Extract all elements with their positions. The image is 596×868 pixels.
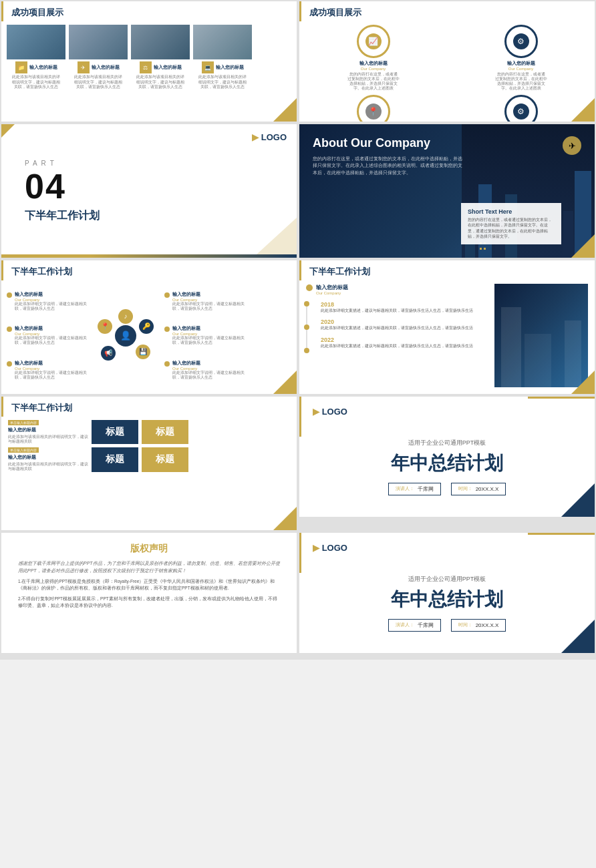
hf-petal-5: 📍 [98, 319, 112, 334]
slide10-presenter-box: 演讲人： 千库网 [388, 619, 441, 632]
deco-triangle-br-8 [561, 483, 595, 517]
left-dot-1 [7, 292, 12, 298]
slide3-top-deco [1, 124, 15, 138]
slide1-title: 成功项目展示 [1, 1, 297, 21]
slide1-img-4 [193, 25, 252, 59]
slide1-content: 📁 输入您的标题 此处添加与该项目相关的详细说明文字，建议与标题相关联，请宣扬快… [1, 21, 297, 93]
slide5-right-item-3: 输入您的标题 Our Company 此处添加详细文字说明，请建立标题相关联，请… [164, 360, 245, 380]
slide2-ci-company-2: Our Company [508, 67, 533, 71]
slide5-title: 下半年工作计划 [1, 260, 297, 280]
slide1-item-1: 📁 输入您的标题 此处添加与该项目相关的详细说明文字，建议与标题相关联，请宣扬快… [7, 25, 65, 90]
t-dot-3 [304, 348, 309, 353]
t-desc-1: 此处添加详细文案描述，建议与标题相关联，请宣扬快乐生活人生态，请宣扬快乐生活 [321, 308, 473, 313]
deco-corner-br-4 [571, 234, 595, 258]
slide1-label-2: 输入您的标题 [92, 65, 120, 71]
slide4-short-body: 您的内容打在这里，或者通过复制您的文本后，在此框中选择粘贴，并选择只保留文字。在… [468, 217, 555, 239]
deco-line-left-10 [299, 533, 301, 573]
slide6-header: 输入您的标题 Our Company [306, 284, 488, 295]
slide7-btn-label-1: 标题 [106, 426, 124, 438]
hf-center-icon: 👤 [115, 325, 136, 347]
right-desc-1: 此处添加详细文字说明，请建立标题相关联，请宣扬快乐人生态 [172, 302, 245, 311]
right-text-2: 输入您的标题 Our Company 此处添加详细文字说明，请建立标题相关联，请… [172, 325, 245, 345]
slide2-ci-desc-1: 您的内容打在这里，或者通过复制您的文本后，在此框中选择粘贴，并选择只保留文字。在… [347, 72, 400, 91]
slide5-left-item-3: 输入您的标题 Our Company 此处添加详细文字说明，请建立标题相关联，请… [7, 360, 87, 380]
left-desc-2: 此处添加详细文字说明，请建立标题相关联，请宣扬快乐人生态 [15, 336, 87, 345]
slide-part04: ▶ LOGO PART 04 下半年工作计划 [1, 124, 297, 258]
slide1-icon-1: 📁 [15, 61, 27, 73]
slide10-presenter-value: 千库网 [418, 622, 434, 629]
logo-label-10: LOGO [322, 543, 347, 553]
slide1-desc-3: 此处添加与该项目相关的详细说明文字，建议与标题相关联，请宣扬快乐人生态 [136, 75, 184, 90]
slide6-title: 下半年工作计划 [299, 260, 595, 280]
slide1-label-3: 输入您的标题 [154, 65, 182, 71]
slide8-logo: ▶ LOGO [313, 407, 347, 417]
slide7-cell-1a: 单击输入标题内容 输入您的标题 此处添加与该项目相关的详细说明文字，建议与标题相… [8, 420, 88, 444]
deco-corner-br-2 [571, 98, 595, 122]
slide2-title: 成功项目展示 [299, 1, 595, 21]
hf-petal-1: ♪ [118, 309, 133, 324]
right-dot-1 [164, 292, 170, 298]
slide1-item-2: ✈ 输入您的标题 此处添加与该项目相关的详细说明文字，建议与标题相关联，请宣扬快… [69, 25, 128, 90]
slide2-oval-inner-1: 📈 [365, 33, 382, 49]
slide1-label-4: 输入您的标题 [216, 65, 244, 71]
hf-petal-2: 🔑 [139, 319, 154, 334]
slide7-btn-1[interactable]: 标题 [92, 420, 138, 444]
slide1-label-1: 输入您的标题 [29, 65, 57, 71]
slide2-oval-inner-mid-1: 📍 [365, 103, 382, 120]
t-text-wrapper-3: 2022 此处添加详细文案描述，建议与标题相关联，请宣扬快乐生活人生态，请宣扬快… [317, 337, 473, 349]
slide7-click-2: 单击输入标题内容 [8, 447, 39, 453]
slide-annual-summary-2: ▶ LOGO 适用于企业公司通用PPT模板 年中总结计划 演讲人： 千库网 时间… [299, 533, 595, 653]
hex-flower: 👤 ♪ 🔑 💾 📢 📍 [96, 306, 156, 366]
slide7-btn-3[interactable]: 标题 [92, 447, 138, 471]
left-dot-2 [7, 327, 12, 332]
slide10-time-label: 时间： [458, 622, 472, 628]
slide-work-plan-hex: 下半年工作计划 输入您的标题 Our Company 此处添加详细文字说明，请建… [1, 260, 297, 394]
slide4-short-title: Short Text Here [468, 208, 555, 215]
slide1-img-2 [69, 25, 128, 59]
slide6-timeline: 2018 此处添加详细文案描述，建议与标题相关联，请宣扬快乐生活人生态，请宣扬快… [306, 301, 488, 349]
slide1-icon-row-3: ⚖ 输入您的标题 [140, 61, 182, 73]
left-desc-1: 此处添加详细文字说明，请建立标题相关联，请宣扬快乐人生态 [15, 302, 87, 311]
slide5-left-item-1: 输入您的标题 Our Company 此处添加详细文字说明，请建立标题相关联，请… [7, 291, 87, 311]
slide7-btn-2[interactable]: 标题 [142, 420, 188, 444]
deco-corner-br-5 [273, 371, 297, 394]
slide8-time-box: 时间： 20XX.X.X [451, 483, 506, 495]
right-label-3: 输入您的标题 [172, 360, 245, 367]
building-tall [501, 307, 521, 387]
slide6-content: 输入您的标题 Our Company 2018 此处添加详细文案描述，建议与标题… [299, 280, 595, 391]
left-label-2: 输入您的标题 [15, 325, 87, 332]
slide6-t-item-3: 2022 此处添加详细文案描述，建议与标题相关联，请宣扬快乐生活人生态，请宣扬快… [317, 337, 488, 349]
slide2-circle-2: ⚙ 输入您的标题 Our Company 您的内容打在这里，或者通过复制您的文本… [491, 25, 551, 91]
slide2-oval-mid-2: ⚙ [504, 95, 538, 122]
slide4-short-text-box: Short Text Here 您的内容打在这里，或者通过复制您的文本后，在此框… [461, 203, 561, 244]
deco-corner-br-7 [273, 507, 297, 530]
slide7-btn-4[interactable]: 标题 [142, 447, 188, 471]
slide5-left-item-2: 输入您的标题 Our Company 此处添加详细文字说明，请建立标题相关联，请… [7, 325, 87, 345]
slide-success-project-left: 成功项目展示 📁 输入您的标题 此处添加与该项目相关的详细说明文字，建议与标题相… [1, 1, 297, 122]
slide1-desc-4: 此处添加与该项目相关的详细说明文字，建议与标题相关联，请宣扬快乐人生态 [198, 75, 247, 90]
slide2-oval-inner-2: ⚙ [513, 33, 529, 49]
t-year-3: 2022 [321, 337, 473, 343]
left-label-3: 输入您的标题 [15, 360, 87, 367]
left-desc-3: 此处添加详细文字说明，请建立标题相关联，请宣扬快乐人生态 [15, 371, 87, 380]
slide2-circle-mid-2: ⚙ 输入您的标题 Our Company [491, 95, 551, 122]
slide7-btn-label-4: 标题 [156, 453, 174, 465]
slide7-desc-1: 此处添加与该项目相关的详细说明文字，建议与标题相关联 [8, 435, 88, 444]
t-dot-2 [304, 324, 309, 330]
logo-arrow-8: ▶ [313, 407, 319, 417]
slide8-time-value: 20XX.X.X [476, 486, 499, 492]
right-dot-3 [164, 361, 170, 367]
slide7-row1: 单击输入标题内容 输入您的标题 此处添加与该项目相关的详细说明文字，建议与标题相… [8, 420, 290, 444]
slide10-time-box: 时间： 20XX.X.X [451, 619, 506, 632]
slide9-italic: 感谢您下载千库网平台上提供的PPT作品，为了您和千库网以及原创作者的利益，请勿复… [18, 560, 280, 574]
right-dot-2 [164, 327, 170, 332]
slide6-t-item-2: 2020 此处添加详细文案描述，建议与标题相关联，请宣扬快乐生活人生态，请宣扬快… [317, 318, 488, 331]
t-desc-3: 此处添加详细文案描述，建议与标题相关联，请宣扬快乐生活人生态，请宣扬快乐生活 [321, 343, 473, 349]
slide7-btn-label-3: 标题 [106, 453, 124, 465]
left-text-2: 输入您的标题 Our Company 此处添加详细文字说明，请建立标题相关联，请… [15, 325, 87, 345]
logo-text: LOGO [261, 132, 287, 142]
slide5-content: 输入您的标题 Our Company 此处添加详细文字说明，请建立标题相关联，请… [1, 280, 297, 391]
slide3-part-label: PART [25, 160, 273, 167]
slide2-content: 📈 输入您的标题 Our Company 您的内容打在这里，或者通过复制您的文本… [299, 21, 595, 122]
slide3-bottom-bar [1, 254, 297, 258]
